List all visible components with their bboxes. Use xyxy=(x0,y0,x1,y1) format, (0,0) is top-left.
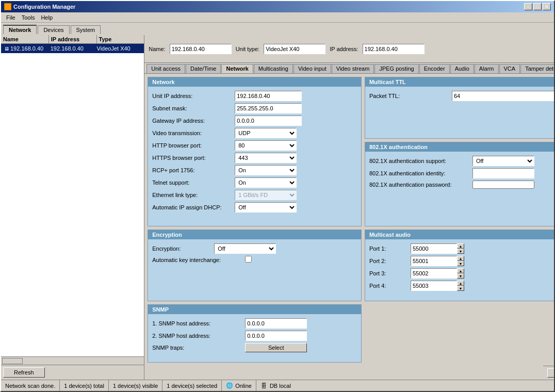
name-label: Name: xyxy=(149,46,165,52)
auth-identity-input[interactable] xyxy=(472,168,534,178)
telnet-dropdown[interactable]: OnOff xyxy=(235,177,297,188)
port4-input[interactable] xyxy=(411,281,457,291)
minimize-button[interactable]: − xyxy=(524,3,532,10)
tab-encoder[interactable]: Encoder xyxy=(419,64,450,73)
tab-audio[interactable]: Audio xyxy=(450,64,474,73)
tab-vca[interactable]: VCA xyxy=(499,64,520,73)
name-value[interactable] xyxy=(170,44,232,54)
port2-up[interactable]: ▲ xyxy=(457,256,464,261)
close-button[interactable]: ✕ xyxy=(543,3,551,10)
eth-link-dropdown[interactable]: 1 GBit/s FD100 MBit/s FD xyxy=(235,190,297,200)
unit-ip-input[interactable] xyxy=(235,91,302,101)
auth-support-row: 802.1X authentication support: OffOn xyxy=(369,156,554,166)
scan-status-section: Network scan done. xyxy=(1,380,60,391)
tab-video-stream[interactable]: Video stream xyxy=(332,64,374,73)
device-ip-cell: 192.168.0.40 xyxy=(50,45,96,52)
gateway-label: Gateway IP address: xyxy=(152,118,235,124)
device-info-bar: Name: Unit type: IP address: xyxy=(144,35,554,63)
menu-tools[interactable]: Tools xyxy=(19,14,38,21)
port2-down[interactable]: ▼ xyxy=(457,261,464,266)
refresh-button[interactable]: Refresh xyxy=(3,367,45,378)
online-section: 🌐 Online xyxy=(222,380,256,391)
tab-video-input[interactable]: Video input xyxy=(293,64,331,73)
set-button-area: Set xyxy=(543,366,554,380)
menu-file[interactable]: File xyxy=(3,14,19,21)
toolbar-tab-system[interactable]: System xyxy=(71,25,101,34)
auth-identity-row: 802.1X authentication identity: xyxy=(369,168,554,178)
https-port-dropdown[interactable]: 4438443 xyxy=(235,153,297,163)
port3-up[interactable]: ▲ xyxy=(457,268,464,273)
visible-text: 1 device(s) visible xyxy=(113,383,158,389)
port1-input[interactable] xyxy=(411,243,457,254)
port2-input[interactable] xyxy=(411,256,457,266)
packet-ttl-spinbox: ▲ ▼ xyxy=(452,91,554,101)
video-trans-dropdown[interactable]: UDPTCPMulticast xyxy=(235,128,297,138)
auth-section-body: 802.1X authentication support: OffOn 802… xyxy=(365,152,554,195)
port3-input[interactable] xyxy=(411,268,457,279)
multicast-audio-body: Port 1: ▲ ▼ Port 2: xyxy=(365,239,554,297)
device-name-cell: 🖥192.168.0.40 xyxy=(3,45,50,52)
title-bar: Configuration Manager − □ ✕ xyxy=(1,1,554,12)
horizontal-scrollbar[interactable] xyxy=(1,356,144,365)
snmp-traps-select-button[interactable]: Select xyxy=(245,343,307,352)
key-interchange-checkbox[interactable] xyxy=(245,256,252,263)
maximize-button[interactable]: □ xyxy=(533,3,542,10)
toolbar-tab-network[interactable]: Network xyxy=(3,25,37,34)
port4-up[interactable]: ▲ xyxy=(457,281,464,286)
snmp-host1-input[interactable] xyxy=(245,318,307,329)
snmp-host2-input[interactable] xyxy=(245,331,307,341)
gateway-input[interactable] xyxy=(235,116,302,126)
main-content: Name IP address Type 🖥192.168.0.40 192.1… xyxy=(1,35,554,380)
encryption-dropdown[interactable]: OffOn xyxy=(214,243,276,254)
port4-down[interactable]: ▼ xyxy=(457,286,464,291)
tab-alarm[interactable]: Alarm xyxy=(475,64,499,73)
port1-down[interactable]: ▼ xyxy=(457,249,464,254)
ip-address-value[interactable] xyxy=(363,44,425,54)
title-bar-left: Configuration Manager xyxy=(4,3,75,10)
port4-numbox: ▲ ▼ xyxy=(411,281,464,291)
snmp-traps-label: SNMP traps: xyxy=(152,345,245,351)
snmp-host2-label: 2. SNMP host address: xyxy=(152,333,245,339)
encryption-label: Encryption: xyxy=(152,246,214,252)
content-area: Network Unit IP address: Subnet mask: xyxy=(144,74,554,366)
auth-password-row: 802.1X authentication password: xyxy=(369,181,554,189)
snmp-header: SNMP xyxy=(148,305,361,314)
toolbar: Network Devices System xyxy=(1,23,554,35)
multicast-audio-section: Multicast audio Port 1: ▲ ▼ xyxy=(365,230,554,301)
subnet-mask-label: Subnet mask: xyxy=(152,105,235,111)
toolbar-tab-devices[interactable]: Devices xyxy=(38,25,69,34)
rcp-port-row: RCP+ port 1756: OnOff xyxy=(152,165,357,175)
port1-label: Port 1: xyxy=(369,246,411,252)
auto-ip-dropdown[interactable]: OffOn xyxy=(235,202,297,213)
packet-ttl-input[interactable] xyxy=(452,91,554,101)
tab-multicasting[interactable]: Multicasting xyxy=(254,64,293,73)
table-row[interactable]: 🖥192.168.0.40 192.168.0.40 VideoJet X40 xyxy=(1,44,144,53)
http-port-row: HTTP browser port: 808080 xyxy=(152,140,357,151)
unit-type-value[interactable] xyxy=(264,44,325,54)
network-section: Network Unit IP address: Subnet mask: xyxy=(148,77,362,226)
tab-tamper-detector[interactable]: Tamper detector xyxy=(520,64,554,73)
menu-help[interactable]: Help xyxy=(38,14,56,21)
tab-datetime[interactable]: Date/Time xyxy=(186,64,221,73)
tab-network[interactable]: Network xyxy=(221,64,253,73)
telnet-row: Telnet support: OnOff xyxy=(152,177,357,188)
https-port-label: HTTPS browser port: xyxy=(152,155,235,161)
auth-password-input[interactable] xyxy=(472,181,534,189)
port3-row: Port 3: ▲ ▼ xyxy=(369,268,554,279)
tab-jpeg-posting[interactable]: JPEG posting xyxy=(374,64,418,73)
unit-type-label: Unit type: xyxy=(236,46,259,52)
scan-status-text: Network scan done. xyxy=(5,383,55,389)
port1-up[interactable]: ▲ xyxy=(457,243,464,249)
rcp-port-dropdown[interactable]: OnOff xyxy=(235,165,297,175)
port3-down[interactable]: ▼ xyxy=(457,273,464,279)
packet-ttl-label: Packet TTL: xyxy=(369,93,452,99)
db-local-text: DB local xyxy=(270,383,291,389)
http-port-dropdown[interactable]: 808080 xyxy=(235,140,297,151)
subnet-mask-input[interactable] xyxy=(235,103,302,113)
https-port-row: HTTPS browser port: 4438443 xyxy=(152,153,357,163)
auth-identity-label: 802.1X authentication identity: xyxy=(369,170,472,176)
tab-unit-access[interactable]: Unit access xyxy=(146,64,185,73)
set-button[interactable]: Set xyxy=(547,368,554,378)
auth-support-dropdown[interactable]: OffOn xyxy=(472,156,534,166)
port4-row: Port 4: ▲ ▼ xyxy=(369,281,554,291)
